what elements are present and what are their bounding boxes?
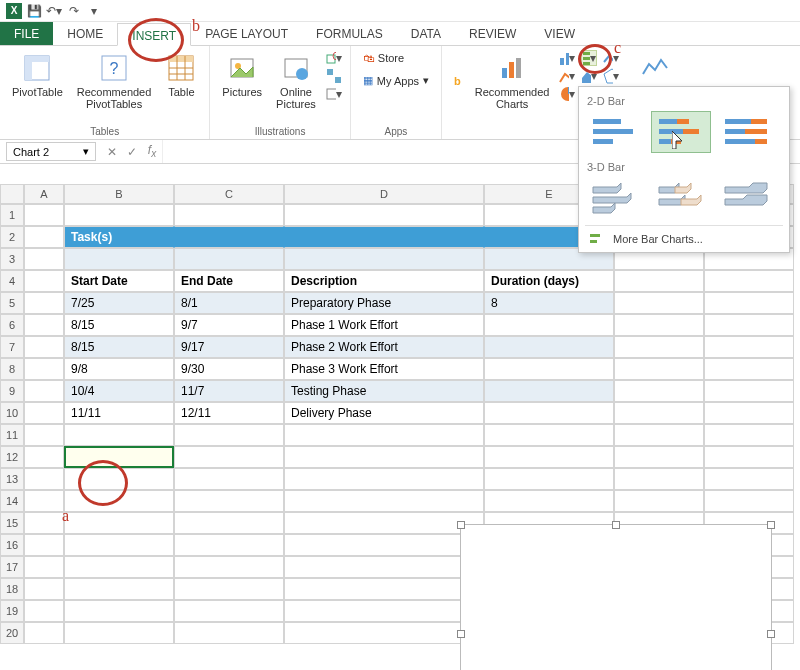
- bar-chart-icon[interactable]: ▾: [581, 50, 597, 66]
- cell[interactable]: [484, 402, 614, 424]
- row-header[interactable]: 3: [0, 248, 24, 270]
- cell[interactable]: [284, 600, 484, 622]
- row-header[interactable]: 16: [0, 534, 24, 556]
- cell[interactable]: [64, 204, 174, 226]
- cell[interactable]: [284, 226, 484, 248]
- cell[interactable]: [24, 534, 64, 556]
- name-box[interactable]: Chart 2 ▾: [6, 142, 96, 161]
- cell[interactable]: 8/15: [64, 336, 174, 358]
- cell[interactable]: [174, 468, 284, 490]
- cell[interactable]: 9/17: [174, 336, 284, 358]
- cell[interactable]: [64, 578, 174, 600]
- row-header[interactable]: 9: [0, 380, 24, 402]
- stacked-bar-3d[interactable]: [651, 177, 711, 219]
- cell[interactable]: [484, 446, 614, 468]
- cell[interactable]: [24, 314, 64, 336]
- save-icon[interactable]: 💾: [26, 3, 42, 19]
- cell[interactable]: [24, 446, 64, 468]
- shapes-icon[interactable]: ▾: [326, 50, 342, 66]
- bing-maps-button[interactable]: b: [450, 50, 465, 112]
- cell[interactable]: [174, 446, 284, 468]
- cell[interactable]: 11/11: [64, 402, 174, 424]
- cell[interactable]: [284, 490, 484, 512]
- tab-formulas[interactable]: FORMULAS: [302, 22, 397, 45]
- cell[interactable]: [174, 622, 284, 644]
- cell[interactable]: [704, 314, 794, 336]
- col-header[interactable]: D: [284, 184, 484, 204]
- cell[interactable]: [704, 402, 794, 424]
- pivottable-button[interactable]: PivotTable: [8, 50, 67, 112]
- cell[interactable]: 8/1: [174, 292, 284, 314]
- row-header[interactable]: 1: [0, 204, 24, 226]
- cell[interactable]: [614, 380, 704, 402]
- cell[interactable]: [704, 446, 794, 468]
- cell[interactable]: [614, 402, 704, 424]
- cell[interactable]: [64, 424, 174, 446]
- cell[interactable]: [484, 358, 614, 380]
- cell[interactable]: [284, 512, 484, 534]
- worksheet[interactable]: A B C D E F G 12Task(s)34Start DateEnd D…: [0, 184, 800, 644]
- cell[interactable]: [284, 424, 484, 446]
- cell[interactable]: [704, 490, 794, 512]
- cell[interactable]: [174, 424, 284, 446]
- store-button[interactable]: 🛍 Store: [359, 50, 433, 66]
- cell[interactable]: [284, 534, 484, 556]
- recommended-pivottables-button[interactable]: ? Recommended PivotTables: [73, 50, 156, 112]
- cell[interactable]: [24, 402, 64, 424]
- tab-page-layout[interactable]: PAGE LAYOUT: [191, 22, 302, 45]
- cell[interactable]: Start Date: [64, 270, 174, 292]
- cell[interactable]: [704, 336, 794, 358]
- cell[interactable]: [24, 490, 64, 512]
- cell[interactable]: [24, 556, 64, 578]
- cell[interactable]: [484, 336, 614, 358]
- row-header[interactable]: 5: [0, 292, 24, 314]
- more-bar-charts[interactable]: More Bar Charts...: [585, 225, 783, 248]
- pictures-button[interactable]: Pictures: [218, 50, 266, 112]
- cell[interactable]: Description: [284, 270, 484, 292]
- col-header[interactable]: C: [174, 184, 284, 204]
- cell[interactable]: [484, 490, 614, 512]
- cell[interactable]: [704, 380, 794, 402]
- cell[interactable]: [24, 292, 64, 314]
- cell[interactable]: [484, 424, 614, 446]
- cell[interactable]: [24, 622, 64, 644]
- row-header[interactable]: 6: [0, 314, 24, 336]
- row-header[interactable]: 10: [0, 402, 24, 424]
- row-header[interactable]: 18: [0, 578, 24, 600]
- cell[interactable]: [64, 512, 174, 534]
- cell[interactable]: Phase 3 Work Effort: [284, 358, 484, 380]
- cell[interactable]: [24, 248, 64, 270]
- radar-chart-icon[interactable]: ▾: [603, 68, 619, 84]
- cell[interactable]: [284, 468, 484, 490]
- row-header[interactable]: 11: [0, 424, 24, 446]
- cell[interactable]: [64, 556, 174, 578]
- cell[interactable]: [174, 512, 284, 534]
- clustered-bar-2d[interactable]: [585, 111, 645, 153]
- smartart-icon[interactable]: [326, 68, 342, 84]
- cell[interactable]: [704, 468, 794, 490]
- enter-icon[interactable]: ✓: [122, 145, 142, 159]
- screenshot-icon[interactable]: ▾: [326, 86, 342, 102]
- stacked-bar-2d[interactable]: [651, 111, 711, 153]
- select-all-corner[interactable]: [0, 184, 24, 204]
- cell[interactable]: [614, 292, 704, 314]
- cell[interactable]: [174, 204, 284, 226]
- row-header[interactable]: 7: [0, 336, 24, 358]
- cell[interactable]: 10/4: [64, 380, 174, 402]
- cell[interactable]: [174, 248, 284, 270]
- clustered-bar-3d[interactable]: [585, 177, 645, 219]
- cell[interactable]: [24, 468, 64, 490]
- cell[interactable]: Duration (days): [484, 270, 614, 292]
- cell[interactable]: [284, 556, 484, 578]
- cell[interactable]: [614, 468, 704, 490]
- cell[interactable]: [24, 600, 64, 622]
- online-pictures-button[interactable]: Online Pictures: [272, 50, 320, 112]
- row-header[interactable]: 20: [0, 622, 24, 644]
- cell[interactable]: [24, 270, 64, 292]
- cell[interactable]: [284, 446, 484, 468]
- cell[interactable]: [704, 424, 794, 446]
- cell[interactable]: [614, 358, 704, 380]
- cell[interactable]: [174, 578, 284, 600]
- cell[interactable]: [64, 248, 174, 270]
- row-header[interactable]: 2: [0, 226, 24, 248]
